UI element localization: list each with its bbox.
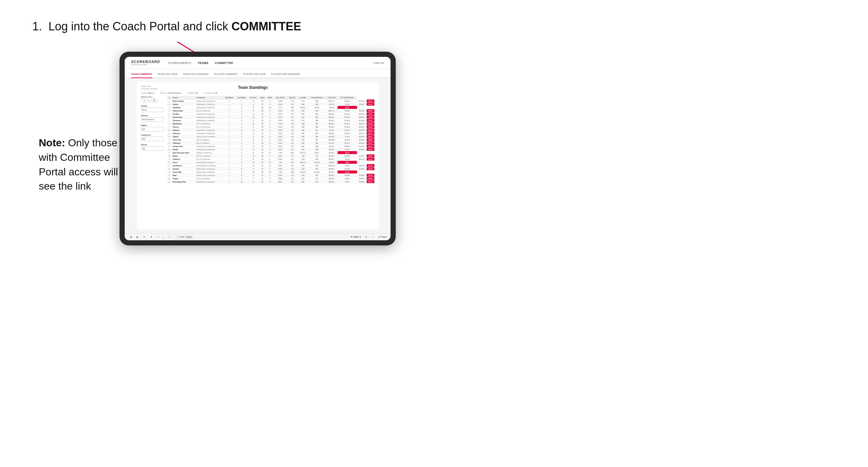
table-cell: -4.0 xyxy=(287,109,298,113)
table-cell: 36-16-0 xyxy=(357,142,367,145)
table-cell: 9-19-1 xyxy=(338,177,356,180)
school-cell: Tennessee xyxy=(172,119,195,122)
conference-filter-group-label: Conference xyxy=(141,134,164,136)
toolbar-share-btn[interactable]: ⬆ xyxy=(149,235,154,239)
min-input-2[interactable] xyxy=(151,98,157,102)
points-cell: 60.71 xyxy=(367,132,374,135)
table-cell: 5.1 xyxy=(266,151,274,154)
table-cell: 97-21-1 xyxy=(326,142,338,145)
table-cell: 267 xyxy=(308,138,326,142)
table-cell: 82-18-1 xyxy=(326,132,338,135)
col-low-rd: Low Rd. xyxy=(298,96,308,99)
table-cell: — xyxy=(223,170,235,174)
gender-filter-value: Men's xyxy=(149,92,154,94)
table-cell: 262 xyxy=(308,113,326,116)
toolbar-watch-btn[interactable]: 👁 Watch ▾ xyxy=(350,236,361,238)
sub-nav-team-summary[interactable]: TEAM SUMMARY xyxy=(131,73,152,78)
toolbar-download-btn[interactable]: ⬇ xyxy=(364,235,368,239)
table-cell: 3 xyxy=(266,132,274,135)
table-cell: 9 xyxy=(248,103,258,106)
table-cell: 35-14-0 xyxy=(357,135,367,138)
table-row: 1North CarolinaAtlantic Coast Conference… xyxy=(167,99,374,103)
conference-cell: Pac-12 Conference xyxy=(195,122,223,125)
table-cell: 1.90 xyxy=(298,132,308,135)
rank-cell: 18 xyxy=(167,154,172,158)
toolbar-clock-btn[interactable]: 🕐 xyxy=(167,235,172,239)
school-select[interactable]: (All) xyxy=(141,146,164,151)
conference-select[interactable]: (All) xyxy=(141,136,164,141)
table-cell: 1.85 xyxy=(298,138,308,142)
nav-tournaments[interactable]: TOURNAMENTS xyxy=(168,60,191,66)
col-conference: Conference xyxy=(195,96,223,99)
table-cell: 21 xyxy=(258,177,266,180)
table-cell: 72-30-1 xyxy=(326,128,338,132)
table-cell: 100-27-1 xyxy=(326,109,338,113)
school-cell: Duke xyxy=(172,174,195,177)
sub-nav-team-h2h-grid[interactable]: TEAM H2H GRID xyxy=(157,73,178,78)
table-cell: 1 xyxy=(235,151,248,154)
table-cell: — xyxy=(223,161,235,164)
main-content: Update time: 27/03/2024 16:56:26 Team St… xyxy=(125,78,391,233)
table-cell: 2 xyxy=(235,116,248,119)
division-select[interactable]: NCAA Division I xyxy=(141,117,164,122)
toolbar-view-btn[interactable]: ⊙ View: Original xyxy=(175,235,194,239)
table-cell: -5.2 xyxy=(287,99,298,103)
table-cell: -2.9 xyxy=(287,148,298,151)
sub-nav-player-summary[interactable]: PLAYER SUMMARY xyxy=(214,73,238,78)
table-cell: 27 xyxy=(258,103,266,106)
table-cell: 27-17-1 xyxy=(357,154,367,158)
toolbar-fwd-btn[interactable]: ▶ xyxy=(135,235,140,239)
table-cell: 92-40-3 xyxy=(298,170,308,174)
table-cell: 30-15-1 xyxy=(338,142,356,145)
col-rank: # xyxy=(167,96,172,99)
gender-select[interactable]: Men's xyxy=(141,107,164,112)
table-cell: 17-33-4 xyxy=(308,161,326,164)
rank-cell: 6 xyxy=(167,116,172,119)
rank-cell: 19 xyxy=(167,158,172,161)
table-cell: 31-29-1 xyxy=(357,128,367,132)
conference-cell: Southeastern Conference xyxy=(195,113,223,116)
rank-cell: 16 xyxy=(167,148,172,151)
table-cell: 2.0 xyxy=(266,170,274,174)
points-cell: 65.02 xyxy=(367,148,374,151)
table-cell: 9 xyxy=(248,99,258,103)
table-cell: 278.7 xyxy=(274,174,287,177)
points-cell: 62.27 xyxy=(367,158,374,161)
nav-committee[interactable]: COMMITTEE xyxy=(215,60,233,66)
table-cell: 4 xyxy=(266,148,274,151)
table-cell: — xyxy=(223,122,235,125)
conference-cell: Big Ten Conference xyxy=(195,154,223,158)
region-select[interactable]: N/A xyxy=(141,127,164,131)
conference-cell: Southeastern Conference xyxy=(195,180,223,183)
table-cell: 40-19-0 xyxy=(357,119,367,122)
note-area: Note: Only those with Committee Portal a… xyxy=(39,136,126,193)
toolbar-bookmark-btn[interactable]: □ xyxy=(156,235,160,239)
points-cell: 80.08 xyxy=(367,109,374,113)
table-cell: — xyxy=(223,99,235,103)
table-cell: 23 xyxy=(258,132,266,135)
conference-filter-value: All xyxy=(215,92,217,94)
table-cell: 76-26-1 xyxy=(326,145,338,148)
rank-cell: 9 xyxy=(167,125,172,128)
toolbar-expand-btn[interactable]: ⤢ xyxy=(371,235,375,239)
table-cell: 17-9-0 xyxy=(338,135,356,138)
school-cell: Florida State xyxy=(172,116,195,119)
sub-nav-player-h2h-heatmap[interactable]: PLAYER H2H HEATMAP xyxy=(271,73,300,78)
table-cell: 23 xyxy=(258,99,266,103)
toolbar-share-link[interactable]: 🔗 Share xyxy=(378,236,387,238)
sub-nav-player-h2h-grid[interactable]: PLAYER H2H GRID xyxy=(243,73,266,78)
table-cell: 279.1 xyxy=(274,154,287,158)
points-cell: 62.98 xyxy=(367,174,374,177)
logo-area: SCOREBOARD Powered by clippd xyxy=(131,60,160,66)
nav-teams[interactable]: TEAMS xyxy=(198,60,208,66)
table-row: 24DukeAtlantic Coast Conference—59271278… xyxy=(167,174,374,177)
toolbar-back-btn[interactable]: ◀ xyxy=(129,235,133,239)
col-vs-top-25: Vs Top 25 xyxy=(326,96,338,99)
table-cell: 39-20-1 xyxy=(357,122,367,125)
min-input-1[interactable] xyxy=(141,98,148,102)
rank-cell: 24 xyxy=(167,174,172,177)
sub-nav-team-h2h-heatmap[interactable]: TEAM H2H HEATMAP xyxy=(183,73,209,78)
sign-out-link[interactable]: | Sign out xyxy=(373,61,384,64)
conference-cell: Southeastern Conference xyxy=(195,161,223,164)
toolbar-refresh-btn[interactable]: ↻ xyxy=(142,235,147,239)
